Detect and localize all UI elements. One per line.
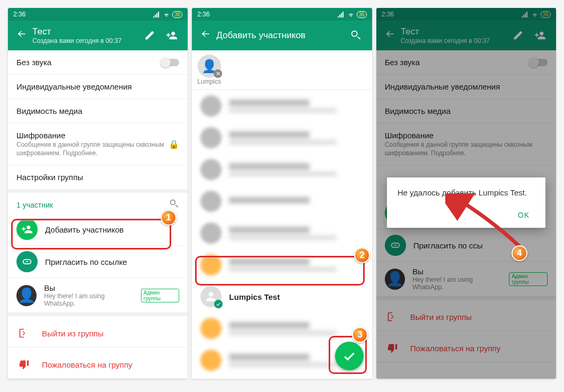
edit-button[interactable] [140, 26, 159, 45]
avatar [200, 350, 222, 371]
check-icon [214, 300, 223, 308]
exit-icon [19, 328, 29, 338]
contact-row[interactable] [192, 217, 372, 249]
contact-row[interactable] [192, 154, 372, 185]
chip-name: Lumpics [197, 78, 221, 85]
back-button[interactable] [195, 29, 216, 42]
search-button[interactable] [347, 26, 366, 45]
link-icon-avatar [16, 251, 38, 272]
selected-contact-name: Lumpics Test [229, 292, 280, 301]
group-settings-label: Настройки группы [16, 173, 83, 182]
status-time: 2:36 [13, 11, 25, 18]
screen-error-dialog: 2:36 36 Тест Создана вами сегодня в 00:3… [376, 8, 556, 379]
contact-row[interactable] [192, 185, 372, 217]
person-add-icon [166, 30, 178, 41]
avatar [200, 127, 222, 148]
contact-row[interactable] [192, 376, 372, 379]
arrow-left-icon [200, 29, 211, 39]
pencil-icon [144, 30, 155, 41]
link-icon [22, 256, 32, 267]
remove-chip-icon[interactable]: ✕ [214, 69, 222, 78]
battery-icon: 36 [357, 11, 367, 18]
custom-notif-label: Индивидуальные уведомления [16, 82, 132, 91]
avatar [200, 95, 222, 117]
signal-icon [338, 11, 345, 17]
blurred-text [229, 100, 363, 113]
you-status: Hey there! I am using WhatsApp. [44, 292, 133, 307]
participants-count: 1 участник [16, 201, 53, 209]
header-title-block: Тест Создана вами сегодня в 00:37 [32, 26, 140, 44]
contact-row[interactable] [192, 90, 372, 122]
back-button[interactable] [11, 29, 32, 42]
media-vis-label: Видимость медиа [16, 106, 82, 115]
row-group-settings[interactable]: Настройки группы [8, 165, 188, 190]
thumb-down-icon [19, 359, 29, 370]
selected-chips-row: 👤 ✕ Lumpics [192, 50, 372, 90]
row-media-visibility[interactable]: Видимость медиа [8, 99, 188, 123]
status-bar: 2:36 36 [192, 8, 372, 21]
avatar [200, 159, 222, 180]
status-bar: 2:36 36 [8, 8, 188, 21]
encryption-title: Шифрование [16, 131, 169, 140]
battery-icon: 36 [172, 11, 182, 18]
row-you[interactable]: 👤 Вы Hey there! I am using WhatsApp. Адм… [8, 278, 188, 313]
highlight-step-2 [195, 256, 365, 286]
blurred-text [229, 131, 363, 145]
status-icons: 36 [338, 11, 367, 18]
wifi-icon [347, 11, 355, 17]
blurred-text [229, 227, 363, 240]
row-encryption[interactable]: Шифрование Сообщения в данной группе защ… [8, 123, 188, 165]
row-exit-group[interactable]: Выйти из группы [8, 319, 188, 348]
encryption-sub: Сообщения в данной группе защищены сквоз… [16, 141, 169, 157]
header: Добавить участников [192, 21, 372, 50]
search-participants-button[interactable] [170, 199, 179, 210]
search-icon [170, 199, 179, 209]
row-custom-notifications[interactable]: Индивидуальные уведомления [8, 75, 188, 99]
avatar [200, 222, 222, 244]
admin-badge: Админ группы [141, 289, 180, 302]
avatar: 👤 [16, 285, 37, 306]
highlight-step-1 [11, 219, 171, 250]
divider [8, 313, 188, 316]
report-label: Пожаловаться на группу [42, 360, 133, 369]
blurred-text [229, 197, 363, 206]
exit-label: Выйти из группы [42, 329, 103, 338]
search-icon [351, 30, 362, 41]
blurred-text [229, 322, 363, 335]
signal-icon [153, 11, 161, 17]
avatar [200, 318, 222, 339]
arrow-left-icon [16, 29, 27, 39]
add-person-button[interactable] [162, 26, 181, 45]
contact-row-selected[interactable]: Lumpics Test [192, 281, 372, 313]
mute-label: Без звука [16, 58, 51, 67]
row-mute[interactable]: Без звука [8, 50, 188, 75]
wifi-icon [163, 11, 170, 17]
invite-link-label: Пригласить по ссылке [45, 257, 127, 266]
status-time: 2:36 [197, 11, 209, 18]
screen-group-info: 2:36 36 Тест Создана вами сегодня в 00:3… [8, 8, 188, 379]
header-title: Добавить участников [216, 30, 346, 41]
you-label: Вы [44, 283, 133, 292]
header: Тест Создана вами сегодня в 00:37 [8, 21, 188, 50]
contact-row[interactable] [192, 122, 372, 154]
group-title: Тест [32, 26, 140, 37]
participants-header: 1 участник [8, 193, 188, 213]
row-report-group[interactable]: Пожаловаться на группу [8, 351, 188, 379]
row-invite-link[interactable]: Пригласить по ссылке [8, 246, 188, 278]
mute-toggle[interactable] [161, 59, 179, 66]
status-icons: 36 [153, 11, 182, 18]
chip-selected-contact[interactable]: 👤 ✕ Lumpics [197, 55, 221, 85]
blurred-text [229, 163, 363, 176]
screen-add-participants: 2:36 36 Добавить участников 👤 ✕ Lumpics … [192, 8, 372, 379]
group-subtitle: Создана вами сегодня в 00:37 [32, 37, 140, 44]
step-badge-4: 4 [512, 245, 527, 261]
lock-icon: 🔒 [169, 139, 179, 149]
avatar [200, 191, 222, 212]
step-badge-1: 1 [161, 210, 177, 226]
